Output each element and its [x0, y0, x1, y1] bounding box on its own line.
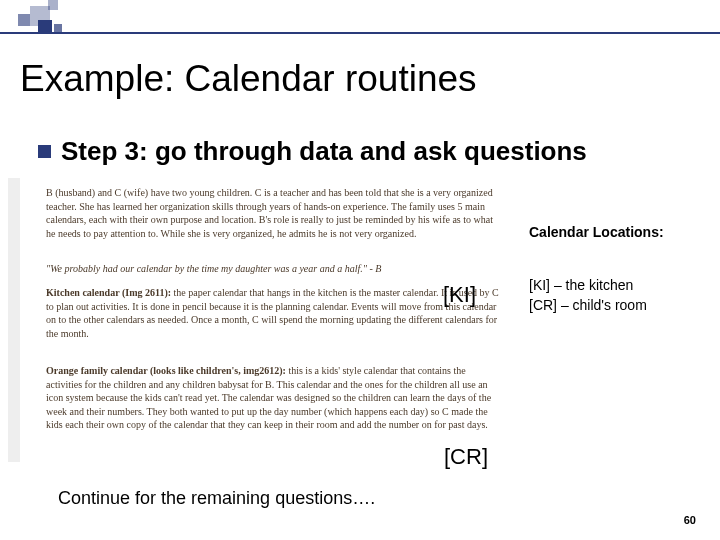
slide-title: Example: Calendar routines: [20, 58, 477, 100]
slide-top-decoration: [0, 0, 720, 40]
page-number: 60: [684, 514, 696, 526]
sidebar-legend: [KI] – the kitchen [CR] – child's room: [529, 276, 647, 315]
doc-orange-heading: Orange family calendar (looks like child…: [46, 365, 286, 376]
doc-kitchen-heading: Kitchen calendar (Img 2611):: [46, 287, 171, 298]
legend-cr: [CR] – child's room: [529, 296, 647, 316]
continue-text: Continue for the remaining questions….: [58, 488, 375, 509]
doc-paragraph-quote: "We probably had our calendar by the tim…: [46, 262, 504, 276]
doc-paragraph-orange: Orange family calendar (looks like child…: [46, 364, 504, 432]
doc-paragraph-kitchen: Kitchen calendar (Img 2611): the paper c…: [46, 286, 504, 340]
bullet-text: Step 3: go through data and ask question…: [61, 136, 587, 167]
document-excerpt-image: B (husband) and C (wife) have two young …: [8, 178, 512, 462]
sidebar-title-calendar-locations: Calendar Locations:: [529, 224, 664, 240]
bullet-square-icon: [38, 145, 51, 158]
legend-ki: [KI] – the kitchen: [529, 276, 647, 296]
annotation-cr: [CR]: [444, 444, 488, 470]
doc-paragraph-intro: B (husband) and C (wife) have two young …: [46, 186, 504, 240]
bullet-step3: Step 3: go through data and ask question…: [38, 136, 587, 167]
annotation-ki: [KI]: [443, 282, 476, 308]
